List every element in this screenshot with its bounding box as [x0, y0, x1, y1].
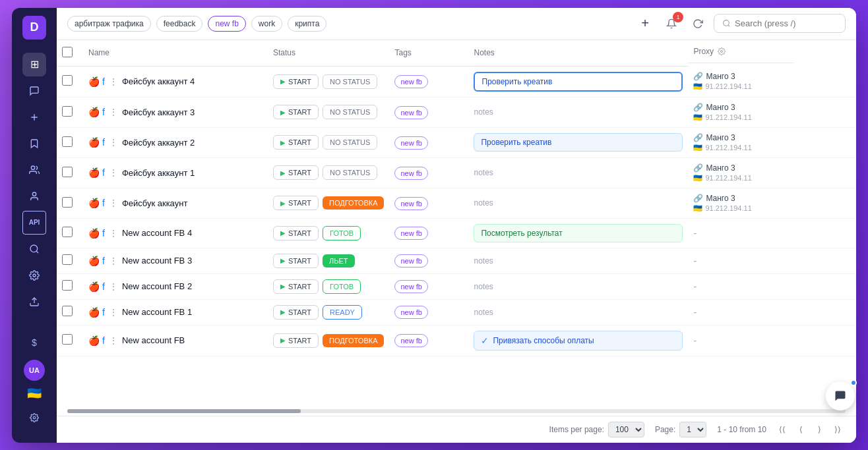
sidebar-item-grid[interactable]: ⊞ — [22, 53, 46, 76]
user-avatar[interactable]: UA — [24, 360, 45, 381]
tag-badge[interactable]: new fb — [394, 280, 427, 293]
start-button[interactable]: ▶ START — [273, 305, 319, 320]
sidebar-item-person[interactable] — [22, 184, 46, 208]
select-all-checkbox[interactable] — [62, 47, 73, 57]
row-checkbox[interactable] — [62, 167, 73, 177]
prev-page-button[interactable]: ⟨ — [793, 422, 809, 437]
dots-menu[interactable]: ⋮ — [108, 107, 119, 117]
play-icon: ▶ — [280, 257, 286, 264]
tag-badge[interactable]: new fb — [394, 136, 427, 150]
dots-menu[interactable]: ⋮ — [108, 228, 119, 239]
flag-icon: 🇺🇦 — [693, 144, 702, 152]
row-checkbox[interactable] — [62, 106, 73, 117]
tag-badge[interactable]: new fb — [394, 227, 427, 240]
status-td: ▶ STARTГОТОВ — [268, 218, 389, 248]
items-per-page-select[interactable]: 100 50 25 — [608, 422, 644, 437]
note-cell[interactable]: Проверить креатив — [474, 72, 683, 92]
tag-badge[interactable]: new fb — [394, 75, 427, 88]
dots-menu[interactable]: ⋮ — [108, 76, 119, 87]
start-button[interactable]: ▶ START — [273, 105, 319, 119]
tag-badge[interactable]: new fb — [394, 197, 427, 210]
last-page-button[interactable]: ⟩⟩ — [830, 422, 846, 437]
status-cell: ▶ STARTГОТОВ — [273, 279, 384, 294]
sidebar-item-settings[interactable] — [22, 264, 46, 287]
tag-chip-arbitrage[interactable]: арбитраж трафика — [67, 16, 151, 32]
table-footer: Items per page: 100 50 25 Page: 1 1 - 10… — [57, 416, 856, 443]
row-checkbox[interactable] — [62, 75, 73, 86]
sidebar-item-search-person[interactable] — [22, 237, 46, 261]
next-page-button[interactable]: ⟩ — [811, 422, 827, 437]
facebook-icon: f — [102, 76, 105, 87]
status-cell: ▶ STARTГОТОВ — [273, 226, 384, 240]
sidebar-item-export[interactable] — [22, 290, 46, 314]
account-name-text: Фейсбук аккаунт 2 — [122, 138, 195, 148]
tag-chip-new-fb[interactable]: new fb — [208, 16, 245, 32]
row-checkbox[interactable] — [62, 254, 73, 265]
proxy-cell: - — [693, 307, 851, 318]
add-button[interactable]: + — [635, 13, 656, 34]
start-button[interactable]: ▶ START — [273, 135, 319, 150]
dots-menu[interactable]: ⋮ — [108, 167, 119, 178]
apple-icon: 🍎 — [88, 198, 100, 208]
page-select[interactable]: 1 — [679, 422, 706, 437]
svg-point-8 — [33, 416, 36, 419]
horizontal-scrollbar[interactable] — [67, 409, 846, 413]
tags-cell: new fb — [389, 299, 468, 325]
tag-badge[interactable]: new fb — [394, 106, 427, 119]
notification-button[interactable]: 1 — [661, 13, 682, 34]
first-page-button[interactable]: ⟨⟨ — [774, 422, 790, 437]
proxy-ip-text: 91.212.194.11 — [705, 144, 751, 152]
tag-badge[interactable]: new fb — [394, 334, 427, 347]
tag-chip-feedback[interactable]: feedback — [156, 16, 203, 32]
sidebar-bottom-settings[interactable] — [22, 406, 46, 430]
note-cell[interactable]: Посмотреть результат — [474, 224, 683, 242]
col-status: Status — [268, 40, 389, 67]
start-button[interactable]: ▶ START — [273, 196, 319, 210]
sidebar-currency[interactable]: $ — [22, 331, 46, 354]
row-checkbox[interactable] — [62, 227, 73, 237]
note-cell[interactable]: Проверить креатив — [474, 133, 683, 152]
tag-chip-work[interactable]: work — [251, 16, 282, 32]
start-button[interactable]: ▶ START — [273, 226, 319, 240]
row-checkbox[interactable] — [62, 334, 73, 345]
sidebar-item-add[interactable] — [22, 105, 46, 129]
sidebar-item-handshake[interactable] — [22, 158, 46, 182]
tag-badge[interactable]: new fb — [394, 306, 427, 319]
sidebar-item-bookmark[interactable] — [22, 132, 46, 155]
status-td: ▶ STARTПОДГОТОВКА — [268, 325, 389, 356]
row-checkbox[interactable] — [62, 197, 73, 208]
dots-menu[interactable]: ⋮ — [108, 307, 119, 318]
tag-badge[interactable]: new fb — [394, 254, 427, 267]
start-button[interactable]: ▶ START — [273, 279, 319, 294]
proxy-settings-icon[interactable] — [718, 47, 726, 55]
row-checkbox[interactable] — [62, 306, 73, 316]
refresh-button[interactable] — [687, 13, 708, 34]
status-badge: NO STATUS — [323, 105, 377, 119]
start-button[interactable]: ▶ START — [273, 165, 319, 180]
proxy-td: - — [688, 273, 856, 299]
start-button[interactable]: ▶ START — [273, 74, 319, 89]
row-checkbox[interactable] — [62, 280, 73, 291]
start-button[interactable]: ▶ START — [273, 333, 319, 348]
table-row: 🍎 f ⋮ Фейсбук аккаунт 1 ▶ STARTNO STATUS… — [57, 157, 856, 188]
dots-menu[interactable]: ⋮ — [108, 281, 119, 292]
sidebar-item-chat[interactable] — [22, 79, 46, 103]
chat-fab[interactable] — [826, 381, 855, 410]
row-checkbox[interactable] — [62, 136, 73, 147]
tag-badge[interactable]: new fb — [394, 167, 427, 180]
proxy-cell: 🔗Манго 3🇺🇦91.212.194.11 — [693, 103, 851, 122]
name-cell: 🍎 f ⋮ New account FB 1 — [83, 299, 268, 325]
apple-icon: 🍎 — [88, 76, 100, 87]
tag-chip-kripta[interactable]: крипта — [288, 16, 326, 32]
note-cell[interactable]: ✓ Привязать способы оплаты — [474, 331, 683, 351]
dots-menu[interactable]: ⋮ — [108, 335, 119, 346]
facebook-icon: f — [102, 107, 105, 117]
start-button[interactable]: ▶ START — [273, 254, 319, 268]
dots-menu[interactable]: ⋮ — [108, 198, 119, 208]
search-input[interactable] — [735, 18, 827, 28]
dots-menu[interactable]: ⋮ — [108, 137, 119, 148]
notes-td: Проверить креатив — [468, 66, 688, 97]
search-box[interactable] — [714, 14, 846, 33]
sidebar-item-api[interactable]: API — [22, 211, 46, 235]
dots-menu[interactable]: ⋮ — [108, 256, 119, 266]
